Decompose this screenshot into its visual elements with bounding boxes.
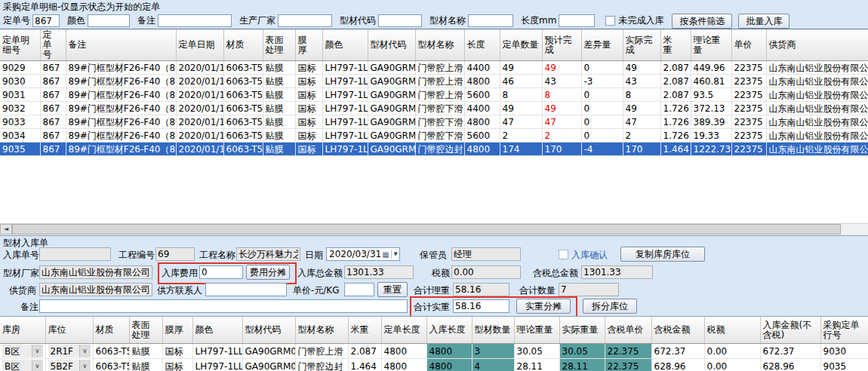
qty-total-field[interactable] xyxy=(559,283,619,296)
order-column-header[interactable]: 理论重量 xyxy=(691,29,731,61)
fee-field[interactable] xyxy=(199,265,243,279)
manufacturer-input[interactable] xyxy=(278,14,332,27)
remark-input[interactable] xyxy=(158,14,232,27)
cell[interactable]: 国标 xyxy=(162,359,192,371)
batch-inbound-button[interactable]: 批量入库 xyxy=(738,14,790,29)
cell[interactable]: 170 xyxy=(542,143,581,156)
cell[interactable]: 867 xyxy=(40,88,66,102)
cell[interactable]: 6063-T5 xyxy=(93,344,129,359)
cell[interactable]: 0 xyxy=(581,115,623,129)
cell[interactable]: 2020/01/13 xyxy=(176,88,223,102)
location-combo[interactable]: 2R1F∨ xyxy=(48,345,91,357)
remark-row-field[interactable] xyxy=(39,299,408,313)
factory-field[interactable] xyxy=(39,265,152,279)
cell[interactable]: 867 xyxy=(40,102,66,115)
cell[interactable]: 2.087 xyxy=(348,344,381,359)
table-row[interactable]: 903086789#门框型材F26-F40（866+867）2020/01/13… xyxy=(0,75,868,88)
cell[interactable]: -4 xyxy=(581,143,623,156)
cell[interactable]: LH797-1LL0 xyxy=(192,359,242,371)
cell[interactable]: 89#门框型材F26-F40（866+867） xyxy=(66,129,176,143)
table-row[interactable]: B区∨2R1F∨6063-T5贴膜国标LH797-1LL0GA90GRM03门带… xyxy=(0,344,868,359)
cell[interactable]: 1.464 xyxy=(660,143,691,156)
inbound-column-header[interactable]: 含税金额 xyxy=(651,317,704,344)
order-column-header[interactable]: 膜厚 xyxy=(295,29,322,61)
cell[interactable]: 0 xyxy=(581,88,623,102)
cell[interactable]: 山东南山铝业股份有限公司 xyxy=(766,75,868,88)
inbound-column-header[interactable]: 表面处理 xyxy=(129,317,162,344)
inbound-column-header[interactable]: 入库长度 xyxy=(426,317,472,344)
cell[interactable]: 0.00 xyxy=(704,359,760,371)
order-column-header[interactable]: 定单数量 xyxy=(500,29,542,61)
profile-code-input[interactable] xyxy=(378,14,422,27)
cell[interactable]: GA90GRM03 xyxy=(368,88,415,102)
cell[interactable]: 贴膜 xyxy=(263,115,295,129)
combo-arrow-icon[interactable]: ∨ xyxy=(32,345,43,357)
cell[interactable]: GA90GRM04 xyxy=(368,129,415,143)
table-row[interactable]: B区∨5B2F∨6063-T5贴膜国标LH797-1LL0GA90GRM05门带… xyxy=(0,359,868,371)
cell[interactable]: 89#门框型材F26-F40（866+867） xyxy=(66,88,176,102)
cell[interactable]: 8 xyxy=(542,88,581,102)
cell[interactable]: 9029 xyxy=(0,61,40,75)
cell[interactable]: 49 xyxy=(623,61,660,75)
cell[interactable]: 2020/01/13 xyxy=(176,102,223,115)
cell[interactable]: 6063-T5 xyxy=(223,129,263,143)
cell[interactable]: 1222.73 xyxy=(691,143,731,156)
cell[interactable]: 0 xyxy=(581,61,623,75)
cell[interactable]: 国标 xyxy=(295,129,322,143)
cell[interactable]: 山东南山铝业股份有限公司 xyxy=(766,143,868,156)
cell[interactable]: 2020/01/13 xyxy=(176,143,223,156)
warehouse-combo[interactable]: B区∨ xyxy=(2,360,43,371)
cell[interactable]: LH797-1LL0 xyxy=(322,115,368,129)
cell[interactable]: 门带腔下滑 xyxy=(415,115,464,129)
cell[interactable]: 28.11 xyxy=(514,359,559,371)
order-column-header[interactable]: 定单日期 xyxy=(176,29,223,61)
cell[interactable]: 贴膜 xyxy=(129,359,162,371)
cell[interactable]: 43 xyxy=(542,75,581,88)
cell[interactable]: 5600 xyxy=(464,88,500,102)
cell[interactable]: 389.39 xyxy=(691,115,731,129)
cell[interactable]: 4800 xyxy=(464,115,500,129)
cell[interactable]: 46 xyxy=(500,75,542,88)
inbound-column-header[interactable]: 库位 xyxy=(45,317,93,344)
total-with-tax-field[interactable] xyxy=(581,265,653,279)
cell[interactable]: 47 xyxy=(542,115,581,129)
order-column-header[interactable]: 差异量 xyxy=(581,29,623,61)
cell[interactable]: 89#门框型材F26-F40（866+867） xyxy=(66,61,176,75)
cell[interactable]: 2020/01/13 xyxy=(176,115,223,129)
inbound-column-header[interactable]: 库房 xyxy=(0,317,45,344)
cell[interactable]: 372.13 xyxy=(691,102,731,115)
table-row[interactable]: 903286789#门框型材F26-F40（866+867）2020/01/13… xyxy=(0,102,868,115)
scrollbar-thumb[interactable] xyxy=(12,224,841,235)
cell[interactable]: 4800 xyxy=(464,75,500,88)
cell[interactable]: 2020/01/13 xyxy=(176,61,223,75)
color-input[interactable] xyxy=(88,14,130,27)
cell[interactable]: 1.726 xyxy=(660,115,691,129)
cell[interactable]: 贴膜 xyxy=(263,75,295,88)
length-input[interactable] xyxy=(559,14,595,27)
cell[interactable]: 国标 xyxy=(295,75,322,88)
cell[interactable]: 山东南山铝业股份有限公司 xyxy=(766,115,868,129)
table-row[interactable]: 903586789#门框型材F26-F40（866+867）2020/01/13… xyxy=(0,143,868,156)
cell[interactable]: 门带腔边封 xyxy=(415,143,464,156)
cell[interactable]: 门带腔上滑 xyxy=(415,61,464,75)
cell[interactable]: LH797-1LL0 xyxy=(322,61,368,75)
cell[interactable]: 867 xyxy=(40,143,66,156)
cell[interactable]: 49 xyxy=(542,61,581,75)
order-column-header[interactable]: 型材名称 xyxy=(415,29,464,61)
cell[interactable]: 47 xyxy=(500,115,542,129)
inbound-column-header[interactable]: 膜厚 xyxy=(162,317,192,344)
cell[interactable]: 867 xyxy=(40,129,66,143)
cell[interactable]: 5600 xyxy=(464,129,500,143)
cell[interactable]: 9032 xyxy=(0,102,40,115)
cell[interactable]: GA90GRM03 xyxy=(242,344,295,359)
cell[interactable]: 89#门框型材F26-F40（866+867） xyxy=(66,102,176,115)
cell[interactable]: 8 xyxy=(623,88,660,102)
date-picker[interactable]: 2020/03/31 ▦ ▼ xyxy=(326,247,400,261)
cell[interactable]: LH797-1LL0 xyxy=(322,75,368,88)
cell[interactable]: 6063-T5 xyxy=(223,143,263,156)
cell[interactable]: 867 xyxy=(40,115,66,129)
order-column-header[interactable]: 备注 xyxy=(66,29,176,61)
cell[interactable]: GA90GRM05 xyxy=(368,143,415,156)
cell[interactable]: 门带腔下滑 xyxy=(415,102,464,115)
inbound-column-header[interactable]: 型材代码 xyxy=(242,317,295,344)
